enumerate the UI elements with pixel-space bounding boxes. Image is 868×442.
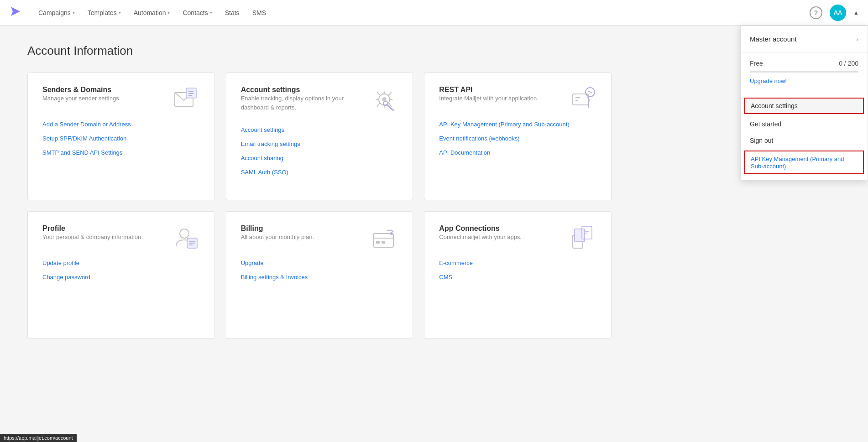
card-desc: All about your monthly plan.	[241, 233, 314, 242]
upgrade-link[interactable]: Upgrade now!	[750, 78, 787, 84]
link-api-docs[interactable]: API Documentation	[439, 149, 596, 156]
svg-line-9	[388, 92, 392, 96]
link-upgrade[interactable]: Upgrade	[241, 260, 398, 266]
card-billing: Billing All about your monthly plan. Upg…	[226, 211, 413, 339]
app-connections-icon	[569, 224, 596, 256]
card-header: Account settings Enable tracking, displa…	[241, 86, 398, 123]
card-links: Account settings Email tracking settings…	[241, 126, 398, 176]
card-title: Billing	[241, 224, 314, 233]
card-account-settings: Account settings Enable tracking, displa…	[226, 73, 413, 200]
card-app-connections: App Connections Connect mailjet with you…	[424, 211, 612, 339]
card-title: Profile	[42, 224, 143, 233]
card-title: App Connections	[439, 224, 522, 233]
help-button[interactable]: ?	[810, 6, 822, 19]
link-cms[interactable]: CMS	[439, 274, 596, 281]
master-account-label: Master account	[750, 35, 797, 43]
card-links: Add a Sender Domain or Address Setup SPF…	[42, 121, 200, 156]
card-links: Upgrade Billing settings & Invoices	[241, 260, 398, 281]
card-desc: Integrate Mailjet with your application.	[439, 94, 539, 103]
plan-progress-bar	[750, 71, 858, 73]
envelope-icon	[173, 86, 200, 117]
plan-count: 0 / 200	[839, 60, 858, 67]
card-links: E-commerce CMS	[439, 260, 596, 281]
card-header: App Connections Connect mailjet with you…	[439, 224, 596, 256]
card-profile: Profile Your personal & company informat…	[27, 211, 215, 339]
link-email-tracking[interactable]: Email tracking settings	[241, 140, 398, 147]
card-desc: Your personal & company information.	[42, 233, 143, 242]
nav-automation[interactable]: Automation ▾	[128, 5, 176, 20]
dropdown-item-get-started[interactable]: Get started	[741, 116, 868, 132]
link-account-sharing[interactable]: Account sharing	[241, 155, 398, 161]
svg-rect-23	[373, 234, 393, 247]
svg-point-18	[180, 229, 189, 238]
card-title: Account settings	[241, 86, 371, 94]
nav-templates[interactable]: Templates ▾	[82, 5, 126, 20]
card-links: Update profile Change password	[42, 260, 200, 281]
billing-icon	[371, 224, 398, 256]
chevron-up-icon[interactable]: ▲	[853, 10, 859, 16]
dropdown-api-key-link[interactable]: API Key Management (Primary and Sub-acco…	[751, 156, 844, 170]
avatar[interactable]: AA	[830, 5, 846, 21]
link-ecommerce[interactable]: E-commerce	[439, 260, 596, 266]
card-header: Senders & Domains Manage your sender set…	[42, 86, 200, 117]
link-saml[interactable]: SAML Auth (SSO)	[241, 169, 398, 176]
dropdown-item-account-settings[interactable]: Account settings	[744, 98, 864, 114]
settings-icon	[371, 86, 398, 117]
chevron-down-icon: ▾	[73, 10, 75, 15]
svg-point-27	[390, 232, 393, 235]
profile-icon	[173, 224, 200, 256]
logo[interactable]	[9, 5, 22, 21]
card-desc: Manage your sender settings	[42, 94, 119, 103]
link-spf-dkim[interactable]: Setup SPF/DKIM Authentication	[42, 135, 200, 142]
page-title: Account Information	[27, 44, 612, 58]
card-rest-api: REST API Integrate Mailjet with your app…	[424, 73, 612, 200]
svg-line-8	[377, 92, 381, 96]
card-links: API Key Management (Primary and Sub-acco…	[439, 121, 596, 156]
main-content: Account Information Senders & Domains Ma…	[0, 26, 639, 368]
link-account-settings[interactable]: Account settings	[241, 126, 398, 133]
svg-line-10	[387, 105, 393, 110]
chevron-down-icon: ▾	[119, 10, 121, 15]
svg-rect-2	[186, 88, 196, 98]
svg-rect-26	[382, 241, 385, 244]
card-desc: Connect mailjet with your apps.	[439, 233, 522, 242]
plan-label: Free	[750, 60, 763, 67]
svg-rect-12	[573, 94, 588, 105]
card-desc: Enable tracking, display options in your…	[241, 94, 371, 112]
link-smtp[interactable]: SMTP and SEND API Settings	[42, 149, 200, 156]
chevron-down-icon: ▾	[210, 10, 212, 15]
nav-sms[interactable]: SMS	[247, 5, 272, 20]
cards-grid: Senders & Domains Manage your sender set…	[27, 73, 612, 339]
dropdown-plan-section: Free 0 / 200 Upgrade now!	[741, 52, 868, 92]
card-title: REST API	[439, 86, 539, 94]
link-event-notifications[interactable]: Event notifications (webhooks)	[439, 135, 596, 142]
dropdown-master-account[interactable]: Master account ›	[741, 26, 868, 52]
link-api-key-mgmt[interactable]: API Key Management (Primary and Sub-acco…	[439, 121, 596, 128]
card-header: Billing All about your monthly plan.	[241, 224, 398, 256]
svg-rect-29	[575, 229, 585, 242]
svg-rect-25	[376, 241, 380, 244]
card-header: REST API Integrate Mailjet with your app…	[439, 86, 596, 117]
dropdown-menu-items: Account settings Get started Sign out AP…	[741, 92, 868, 180]
nav-contacts[interactable]: Contacts ▾	[177, 5, 217, 20]
navbar-right: ? AA ▲	[810, 5, 859, 21]
dropdown-item-sign-out[interactable]: Sign out	[741, 132, 868, 149]
svg-marker-0	[11, 7, 20, 16]
card-header: Profile Your personal & company informat…	[42, 224, 200, 256]
nav-campaigns[interactable]: Campaigns ▾	[33, 5, 80, 20]
link-update-profile[interactable]: Update profile	[42, 260, 200, 266]
navbar: Campaigns ▾ Templates ▾ Automation ▾ Con…	[0, 0, 868, 26]
card-senders-domains: Senders & Domains Manage your sender set…	[27, 73, 215, 200]
chevron-right-icon: ›	[856, 36, 858, 43]
nav-menu: Campaigns ▾ Templates ▾ Automation ▾ Con…	[33, 5, 810, 20]
chevron-down-icon: ▾	[167, 10, 170, 15]
dropdown-menu: Master account › Free 0 / 200 Upgrade no…	[740, 26, 868, 180]
card-title: Senders & Domains	[42, 86, 119, 94]
link-change-password[interactable]: Change password	[42, 274, 200, 281]
link-billing-invoices[interactable]: Billing settings & Invoices	[241, 274, 398, 281]
api-icon	[569, 86, 596, 117]
nav-stats[interactable]: Stats	[220, 5, 245, 20]
link-add-sender[interactable]: Add a Sender Domain or Address	[42, 121, 200, 128]
